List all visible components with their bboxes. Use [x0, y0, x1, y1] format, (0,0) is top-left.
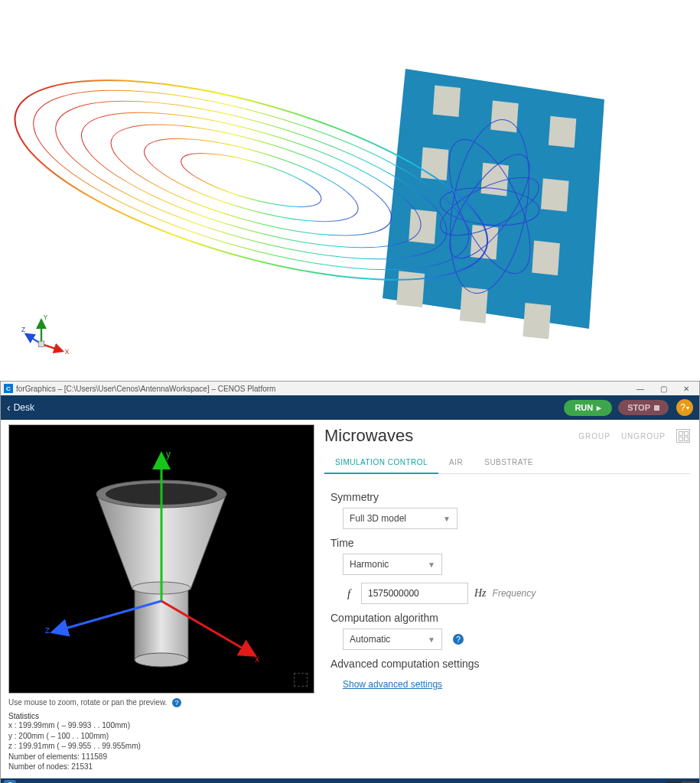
stat-row: x : 199.99mm ( – 99.993 . . 100mm)	[8, 720, 314, 731]
fullscreen-icon[interactable]	[294, 673, 308, 687]
run-button[interactable]: RUN▸	[564, 400, 612, 416]
stat-row: Number of elements: 111589	[8, 752, 314, 762]
svg-marker-32	[96, 494, 226, 590]
help-icon[interactable]: ?	[172, 698, 181, 707]
svg-text:z: z	[45, 625, 50, 635]
freq-unit: Hz	[474, 587, 487, 599]
kernel-icon: C	[4, 780, 16, 784]
time-label: Time	[330, 537, 684, 549]
statusbar: C Connected to the kernel	[1, 778, 699, 784]
help-button[interactable]: ?▾	[676, 399, 693, 416]
svg-point-33	[96, 480, 226, 508]
freq-symbol: f	[343, 587, 355, 600]
toolbar: ‹ Desk RUN▸ STOP ?▾	[1, 395, 699, 420]
svg-point-22	[100, 102, 402, 258]
svg-text:X: X	[65, 348, 70, 356]
stop-button[interactable]: STOP	[618, 400, 669, 415]
stop-icon	[654, 405, 659, 411]
stats-block: x : 199.99mm ( – 99.993 . . 100mm) y : 2…	[8, 720, 314, 772]
advanced-label: Advanced computation settings	[330, 658, 684, 670]
frequency-fieldlabel: Frequency	[493, 588, 536, 599]
svg-rect-5	[481, 163, 510, 197]
group-button[interactable]: GROUP	[578, 432, 610, 440]
svg-rect-35	[135, 587, 188, 660]
window-minimize[interactable]: —	[629, 382, 652, 395]
stats-heading: Statistics	[8, 712, 314, 720]
svg-rect-2	[490, 101, 518, 133]
chevron-down-icon: ▼	[428, 560, 435, 569]
chevron-down-icon: ▼	[443, 515, 451, 523]
svg-text:Z: Z	[21, 326, 25, 333]
show-advanced-link[interactable]: Show advanced settings	[330, 679, 442, 690]
3d-viewport[interactable]: y x z	[8, 424, 314, 694]
axis-triad-top: X Y Z	[21, 313, 71, 362]
svg-text:Y: Y	[44, 314, 48, 321]
svg-point-24	[176, 142, 326, 218]
stat-row: y : 200mm ( – 100 . . 100mm)	[8, 731, 314, 742]
back-to-desk[interactable]: ‹ Desk	[7, 401, 34, 414]
chevron-down-icon: ▼	[428, 635, 435, 644]
app-icon: C	[4, 384, 13, 393]
stat-row: z : 199.91mm ( – 99.955 . . 99.955mm)	[8, 741, 314, 752]
algo-select[interactable]: Automatic ▼	[343, 629, 442, 650]
svg-point-36	[135, 653, 188, 667]
symmetry-label: Symmetry	[330, 491, 684, 503]
svg-rect-9	[532, 241, 560, 276]
stat-row: Number of nodes: 21531	[8, 762, 314, 772]
svg-rect-10	[396, 271, 425, 307]
time-select[interactable]: Harmonic ▼	[343, 554, 442, 575]
chevron-left-icon: ‹	[7, 401, 11, 414]
svg-rect-7	[409, 209, 437, 244]
tabs: SIMULATION CONTROL AIR SUBSTRATE	[324, 452, 690, 474]
help-icon[interactable]: ?	[453, 634, 464, 645]
window-maximize[interactable]: ▢	[652, 382, 675, 395]
tab-air[interactable]: AIR	[438, 452, 474, 473]
ungroup-button[interactable]: UNGROUP	[621, 432, 666, 440]
svg-point-37	[132, 582, 190, 594]
viewport-hint: Use mouse to zoom, rotate or pan the pre…	[8, 698, 314, 707]
svg-line-25	[41, 344, 63, 351]
tab-substrate[interactable]: SUBSTRATE	[474, 452, 544, 473]
svg-point-21	[69, 85, 434, 276]
svg-rect-3	[549, 116, 576, 148]
svg-text:x: x	[255, 654, 259, 664]
frequency-input[interactable]	[361, 583, 468, 604]
panel-heading: Microwaves	[324, 426, 568, 446]
window-title: forGraphics – [C:\Users\User\Cenos\Anten…	[16, 385, 275, 393]
symmetry-select[interactable]: Full 3D model ▼	[343, 508, 457, 529]
svg-rect-1	[433, 85, 461, 117]
tab-simulation-control[interactable]: SIMULATION CONTROL	[324, 452, 438, 474]
algo-label: Computation algorithm	[330, 612, 684, 624]
play-icon: ▸	[597, 403, 601, 413]
model-render: y x z	[24, 440, 299, 677]
svg-point-34	[106, 483, 217, 505]
svg-rect-31	[38, 341, 44, 346]
svg-rect-6	[541, 178, 569, 212]
window-close[interactable]: ✕	[675, 382, 698, 395]
radiation-pattern-viz: X Y Z	[0, 0, 700, 381]
svg-line-40	[161, 601, 253, 655]
svg-text:y: y	[166, 449, 171, 460]
app-window: C forGraphics – [C:\Users\User\Cenos\Ant…	[0, 381, 700, 783]
svg-line-42	[54, 601, 161, 632]
view-grid-button[interactable]	[676, 429, 690, 443]
antenna-pattern	[0, 0, 700, 381]
svg-rect-12	[523, 303, 551, 340]
svg-rect-4	[421, 147, 449, 180]
titlebar: C forGraphics – [C:\Users\User\Cenos\Ant…	[1, 382, 699, 395]
